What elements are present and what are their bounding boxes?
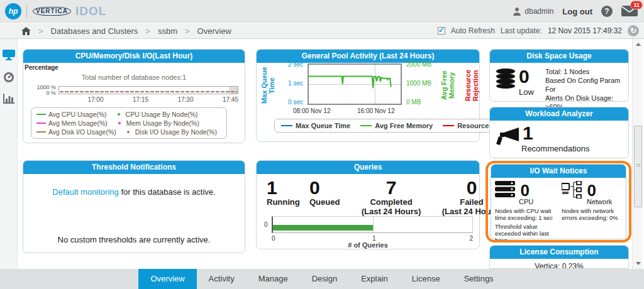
last-update-label: Last update: xyxy=(501,26,542,35)
x-axis-label: # of Queries xyxy=(257,241,479,249)
query-stats: 1 Running 0 Queued 7 Completed (Last 24 … xyxy=(267,178,514,216)
cpu-memory-disk-panel: CPU/Memory/Disk I/O(Last Hour) Percentag… xyxy=(23,49,245,143)
x-tick: 17:15 xyxy=(104,96,149,103)
left-tick: 0 sec xyxy=(278,99,303,106)
legend-label: Max Queue Time xyxy=(296,122,350,129)
breadcrumb-item-page[interactable]: Overview xyxy=(197,26,231,36)
top-bar: hp VERTICA IDOL dbadmin Log out ? 11 xyxy=(0,0,644,23)
stat-queued: 0 Queued xyxy=(309,178,348,216)
panel-header: License Consumption xyxy=(490,246,628,259)
legend-item: Avg Mem Usage(%) xyxy=(36,119,108,127)
chevron-right-icon: > xyxy=(38,26,43,36)
user-icon xyxy=(513,7,521,16)
y-axis-ticks: 1000 % 0 % xyxy=(32,85,56,96)
license-consumption-panel: License Consumption Vertica: 0.23% xyxy=(489,245,629,269)
help-icon[interactable]: ? xyxy=(601,6,613,17)
sidebar-item-overview[interactable] xyxy=(0,45,18,64)
auto-refresh-checkbox[interactable] xyxy=(438,27,445,35)
user-menu[interactable]: dbadmin xyxy=(513,7,553,16)
divider xyxy=(26,5,27,18)
vertica-logo: VERTICA xyxy=(33,7,71,16)
bottom-tab-bar: Overview Activity Manage Design Explain … xyxy=(0,269,644,289)
left-tick: 2 sec xyxy=(278,61,303,68)
right-tick: 1000 MB xyxy=(406,80,439,87)
workload-analyzer-panel: Workload Analyzer 1 Recommendations xyxy=(489,107,629,158)
legend-item: Disk I/O Usage By Node(%) xyxy=(124,128,217,136)
chevron-right-icon: > xyxy=(185,26,190,36)
stat-value: 7 xyxy=(353,178,429,197)
messages-button[interactable]: 11 xyxy=(621,5,638,18)
legend-item: Mem Usage By Node(%) xyxy=(115,119,199,127)
auto-refresh-label: Auto Refresh xyxy=(451,26,495,35)
tab-overview[interactable]: Overview xyxy=(138,269,196,289)
legend-label: Avg Disk I/O Usage(%) xyxy=(48,128,116,136)
disk-alert-count: 0 xyxy=(519,66,530,87)
tab-explain[interactable]: Explain xyxy=(349,269,400,289)
message-count-badge: 11 xyxy=(630,1,643,9)
username: dbadmin xyxy=(525,7,553,16)
free-memory-line-chart xyxy=(309,65,401,104)
stat-value: 0 xyxy=(309,178,348,197)
hp-logo-text: hp xyxy=(9,7,18,16)
side-rail xyxy=(0,39,18,269)
refresh-button[interactable]: ↻ xyxy=(628,25,639,36)
tab-license[interactable]: License xyxy=(400,269,452,289)
x-tick: 17:30 xyxy=(148,96,194,103)
line-marker xyxy=(360,125,372,126)
legend-label: Disk I/O Usage By Node(%) xyxy=(135,128,217,136)
panel-header: Queries xyxy=(257,161,479,174)
text: Based On Config Param For xyxy=(545,76,628,94)
scroll-down-button[interactable] xyxy=(633,259,643,268)
queries-bar-chart xyxy=(272,216,473,233)
license-usage-text: Vertica: 0.23% xyxy=(490,262,628,269)
tab-manage[interactable]: Manage xyxy=(247,269,300,289)
stat-running: 1 Running xyxy=(267,178,304,216)
dot-marker xyxy=(118,113,120,116)
panel-header: Workload Analyzer xyxy=(490,107,628,121)
dot-marker xyxy=(118,122,121,124)
sidebar-item-activity[interactable] xyxy=(0,68,18,87)
y-tick: 0 % xyxy=(32,90,56,96)
panel-header: CPU/Memory/Disk I/O(Last Hour) xyxy=(23,50,245,63)
page-title: IDOL xyxy=(75,4,106,18)
tab-settings[interactable]: Settings xyxy=(452,269,506,289)
x-axis-ticks: 17:00 17:15 17:30 17:45 xyxy=(58,96,238,103)
dot-marker xyxy=(127,131,130,133)
gauge-icon xyxy=(3,72,14,83)
tab-design[interactable]: Design xyxy=(300,269,349,289)
breadcrumb-item-database[interactable]: ssbm xyxy=(158,26,177,36)
x-tick: 17:45 xyxy=(194,96,239,103)
scrollbar-thumb[interactable] xyxy=(634,126,642,207)
cpu-chart-legend: Avg CPU Usage(%) CPU Usage By Node(%) Av… xyxy=(31,107,227,139)
legend-item: Avg CPU Usage(%) xyxy=(36,111,107,118)
hp-logo-icon[interactable]: hp xyxy=(5,3,21,19)
right-axis-label: Avg Free Memory xyxy=(440,65,455,106)
legend-label: Mem Usage By Node(%) xyxy=(126,119,199,127)
x-tick: 08:00 Nov 12 xyxy=(293,107,331,114)
x-tick: 16:00 Nov 12 xyxy=(357,107,395,114)
monitor-icon xyxy=(3,50,15,60)
right-tick: 2000 MB xyxy=(406,61,439,68)
legend-label: CPU Usage By Node(%) xyxy=(126,111,198,118)
pool-chart-plot xyxy=(308,63,402,105)
io-wait-highlight-ring xyxy=(486,161,631,243)
scroll-up-button[interactable] xyxy=(633,40,643,49)
tab-activity[interactable]: Activity xyxy=(197,269,247,289)
legend-label: Avg Free Memory xyxy=(375,122,433,129)
disk-details: Total: 1 Nodes Based On Config Param For… xyxy=(545,67,628,111)
stat-sublabel: (Last 24 Hours) xyxy=(353,207,429,216)
line-marker xyxy=(36,123,46,124)
y-tick: 0 xyxy=(264,221,268,228)
stat-label: Completed xyxy=(353,197,429,207)
no-custom-thresholds-text: No custom thresholds are currently activ… xyxy=(23,235,245,244)
queries-panel: Queries 1 Running 0 Queued 7 Completed (… xyxy=(256,160,480,249)
home-icon[interactable] xyxy=(21,27,31,35)
vertical-scrollbar[interactable] xyxy=(632,39,643,269)
legend-item: Max Queue Time xyxy=(281,122,350,129)
logout-button[interactable]: Log out xyxy=(562,7,592,16)
breadcrumb-item-databases[interactable]: Databases and Clusters xyxy=(51,26,138,36)
default-monitoring-link[interactable]: Default monitoring xyxy=(52,187,119,197)
triangle-up-icon xyxy=(636,43,641,46)
sidebar-item-charts[interactable] xyxy=(0,89,18,108)
cpu-chart-plot xyxy=(58,86,238,94)
